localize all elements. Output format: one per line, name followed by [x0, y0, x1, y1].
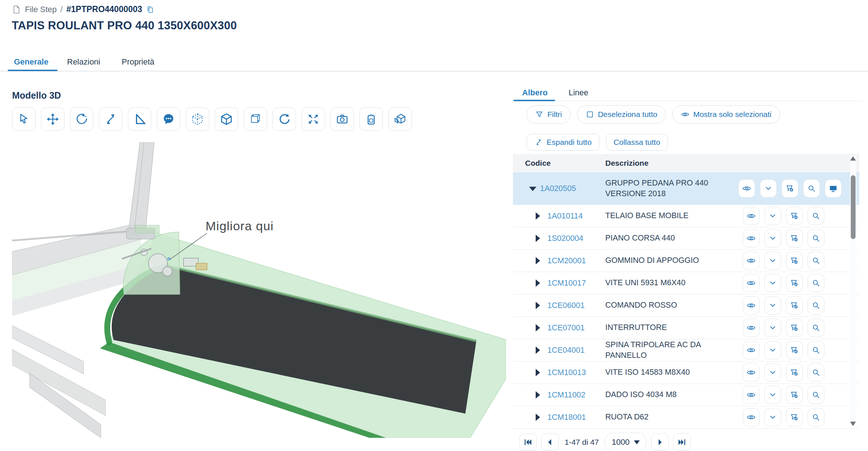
- copy-icon[interactable]: [146, 5, 155, 14]
- expand-node-icon[interactable]: [536, 279, 540, 287]
- add-to-cart-button[interactable]: [786, 296, 803, 315]
- toggle-visibility-button[interactable]: [743, 229, 760, 247]
- zoom-to-part-button[interactable]: [808, 274, 824, 292]
- more-options-button[interactable]: [764, 408, 781, 426]
- table-row[interactable]: 1CM11002DADO ISO 4034 M8: [513, 384, 859, 406]
- tab-generale[interactable]: Generale: [14, 57, 48, 67]
- toggle-visibility-button[interactable]: [743, 363, 760, 382]
- show-on-monitor-button[interactable]: [825, 179, 842, 198]
- more-options-button[interactable]: [764, 274, 781, 292]
- table-row[interactable]: 1S020004PIANO CORSA 440: [513, 227, 859, 250]
- zoom-to-part-button[interactable]: [803, 179, 820, 198]
- part-code-link[interactable]: 1CM18001: [547, 413, 586, 422]
- collapse-node-icon[interactable]: [529, 187, 536, 191]
- scrollbar-thumb[interactable]: [851, 175, 856, 239]
- part-code-link[interactable]: 1CE06001: [547, 301, 585, 310]
- deselect-all-button[interactable]: Deseleziona tutto: [577, 105, 666, 124]
- add-to-cart-button[interactable]: [786, 408, 803, 426]
- toggle-visibility-button[interactable]: [743, 296, 760, 315]
- next-page-button[interactable]: [651, 433, 669, 451]
- table-row[interactable]: 1CE04001SPINA TRIPOLARE AC DA PANNELLO: [513, 339, 859, 362]
- part-code-link[interactable]: 1CM10017: [547, 279, 586, 288]
- tab-proprieta[interactable]: Proprietà: [122, 57, 154, 67]
- table-row[interactable]: 1CM20001GOMMINO DI APPOGGIO: [513, 250, 859, 272]
- toggle-visibility-button[interactable]: [743, 386, 760, 404]
- page-size-dropdown[interactable]: 1000: [605, 433, 647, 451]
- scroll-up-icon[interactable]: [850, 156, 856, 161]
- zoom-to-part-button[interactable]: [808, 363, 824, 382]
- table-scrollbar[interactable]: [850, 155, 856, 427]
- select-cursor-button[interactable]: [12, 107, 36, 131]
- rotate-orbit-button[interactable]: [70, 107, 93, 131]
- pan-move-button[interactable]: [41, 107, 64, 131]
- toggle-visibility-button[interactable]: [743, 319, 760, 337]
- more-options-button[interactable]: [764, 363, 781, 382]
- screenshot-camera-button[interactable]: [330, 107, 354, 131]
- more-options-button[interactable]: [764, 229, 781, 247]
- tab-relazioni[interactable]: Relazioni: [67, 57, 100, 67]
- expand-node-icon[interactable]: [536, 257, 540, 264]
- add-to-cart-button[interactable]: [786, 207, 803, 225]
- more-options-button[interactable]: [764, 386, 781, 404]
- add-to-cart-button[interactable]: [786, 229, 803, 247]
- more-options-button[interactable]: [764, 296, 781, 315]
- expand-node-icon[interactable]: [536, 324, 540, 331]
- more-options-button[interactable]: [760, 179, 777, 198]
- clipboard-bag-button[interactable]: [359, 107, 383, 131]
- last-page-button[interactable]: [673, 433, 691, 451]
- table-row[interactable]: 1CE06001COMANDO ROSSO: [513, 294, 859, 317]
- toggle-visibility-button[interactable]: [738, 179, 755, 198]
- zoom-to-part-button[interactable]: [808, 408, 824, 426]
- part-code-link[interactable]: 1CE04001: [547, 346, 585, 355]
- part-code-link[interactable]: 1CM10013: [547, 368, 586, 377]
- more-options-button[interactable]: [764, 319, 781, 337]
- comments-button[interactable]: [157, 107, 180, 131]
- toggle-visibility-button[interactable]: [743, 408, 760, 426]
- panel-tab-linee[interactable]: Linee: [569, 88, 588, 98]
- show-only-selected-button[interactable]: Mostra solo selezionati: [672, 105, 780, 124]
- expand-node-icon[interactable]: [536, 346, 540, 354]
- table-row[interactable]: 1A020505GRUPPO PEDANA PRO 440 VERSIONE 2…: [513, 172, 859, 205]
- part-code-link[interactable]: 1A020505: [540, 184, 576, 193]
- collapse-all-button[interactable]: Collassa tutto: [606, 134, 668, 151]
- part-code-link[interactable]: 1CE07001: [547, 323, 585, 333]
- reset-view-button[interactable]: [273, 107, 296, 131]
- zoom-to-part-button[interactable]: [808, 296, 824, 315]
- previous-page-button[interactable]: [541, 433, 559, 451]
- expand-node-icon[interactable]: [536, 414, 540, 421]
- add-to-cart-button[interactable]: [786, 252, 803, 270]
- toggle-visibility-button[interactable]: [743, 274, 760, 292]
- xray-view-button[interactable]: [244, 107, 267, 131]
- part-code-link[interactable]: 1S020004: [547, 234, 583, 243]
- zoom-to-part-button[interactable]: [808, 207, 824, 225]
- toggle-visibility-button[interactable]: [743, 207, 760, 225]
- model-3d-viewport[interactable]: Migliora qui: [12, 142, 506, 438]
- expand-all-button[interactable]: Espandi tutto: [527, 134, 599, 151]
- add-to-cart-button[interactable]: [786, 274, 803, 292]
- resize-zoom-button[interactable]: [99, 107, 122, 131]
- more-options-button[interactable]: [764, 252, 781, 270]
- more-options-button[interactable]: [764, 207, 781, 225]
- toggle-visibility-button[interactable]: [743, 252, 760, 270]
- breadcrumb-section[interactable]: File Step: [25, 5, 57, 14]
- panel-tab-albero[interactable]: Albero: [522, 88, 548, 98]
- part-code-link[interactable]: 1CM11002: [547, 390, 586, 400]
- expand-node-icon[interactable]: [536, 212, 540, 220]
- column-header-codice[interactable]: Codice: [525, 154, 551, 172]
- zoom-to-part-button[interactable]: [808, 341, 824, 359]
- table-row[interactable]: 1CE07001INTERRUTTORE: [513, 317, 859, 339]
- table-row[interactable]: 1CM10017VITE UNI 5931 M6X40: [513, 272, 859, 294]
- zoom-to-part-button[interactable]: [808, 252, 824, 270]
- table-row[interactable]: 1CM10013VITE ISO 14583 M8X40: [513, 362, 859, 384]
- table-row[interactable]: 1A010114TELAIO BASE MOBILE: [513, 205, 859, 227]
- part-code-link[interactable]: 1CM20001: [547, 256, 586, 265]
- part-code-link[interactable]: 1A010114: [547, 212, 583, 221]
- expand-node-icon[interactable]: [536, 235, 540, 242]
- expand-node-icon[interactable]: [536, 391, 540, 399]
- add-to-cart-button[interactable]: [786, 341, 803, 359]
- zoom-to-part-button[interactable]: [808, 319, 824, 337]
- fullscreen-button[interactable]: [302, 107, 325, 131]
- toggle-visibility-button[interactable]: [743, 341, 760, 359]
- zoom-to-part-button[interactable]: [808, 229, 824, 247]
- first-page-button[interactable]: [519, 433, 537, 451]
